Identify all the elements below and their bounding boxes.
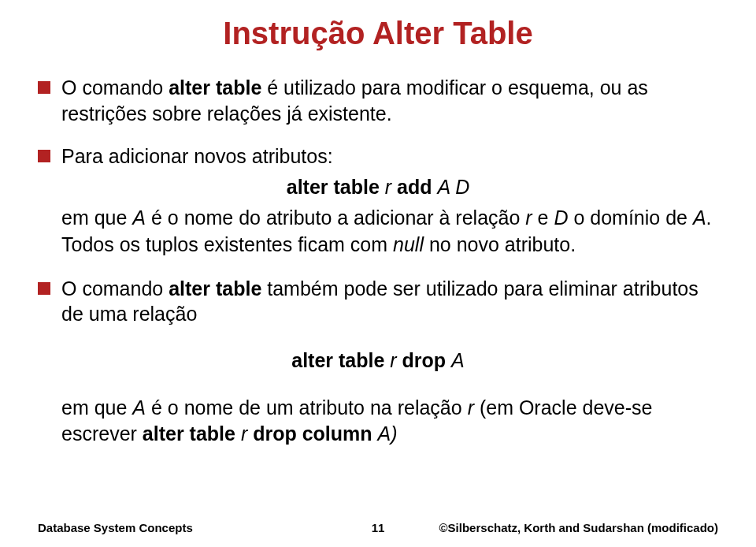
square-bullet-icon [38, 282, 50, 295]
square-bullet-icon [38, 150, 50, 162]
bullet-1: O comando alter table é utilizado para m… [38, 75, 718, 126]
footer-page-number: 11 [372, 521, 385, 534]
footer-right: ©Silberschatz, Korth and Sudarshan (modi… [439, 521, 718, 534]
code-line: alter table r drop A [38, 348, 718, 374]
sub-text: em que A é o nome de um atributo na rela… [61, 395, 718, 448]
bullet-2: Para adicionar novos atributos: alter ta… [38, 143, 718, 259]
bullet-row: O comando alter table também pode ser ut… [38, 276, 718, 327]
code-line: alter table r add A D [38, 174, 718, 201]
bullet-row: Para adicionar novos atributos: [38, 143, 718, 169]
bullet-text: O comando alter table é utilizado para m… [61, 75, 718, 126]
bullet-text: Para adicionar novos atributos: [61, 143, 718, 169]
bullet-text: O comando alter table também pode ser ut… [61, 276, 718, 327]
footer-left: Database System Concepts [38, 521, 193, 534]
bullet-row: O comando alter table é utilizado para m… [38, 75, 718, 126]
bullet-3: O comando alter table também pode ser ut… [38, 276, 718, 448]
square-bullet-icon [38, 81, 50, 94]
slide-content: Instrução Alter Table O comando alter ta… [0, 0, 756, 448]
footer: Database System Concepts 11 ©Silberschat… [0, 521, 756, 534]
slide-title: Instrução Alter Table [38, 16, 718, 51]
sub-text: em que A é o nome do atributo a adiciona… [61, 205, 718, 259]
